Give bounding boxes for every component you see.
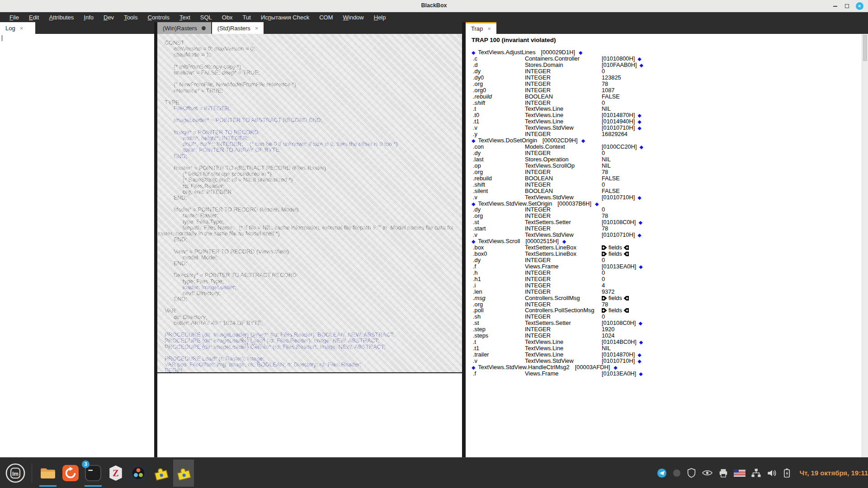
- taskbar-clock[interactable]: Чт, 19 октября, 19:11: [799, 469, 868, 477]
- menu-item-edit[interactable]: Edit: [24, 13, 44, 22]
- menu-item-info[interactable]: Info: [79, 13, 99, 22]
- variable-name: .op: [473, 163, 481, 169]
- menu-item-испытания-check[interactable]: Испытания Check: [256, 13, 314, 22]
- blackbox-puzzle-icon: [173, 462, 194, 483]
- taskbar-app-zotero[interactable]: Z: [105, 460, 126, 487]
- printer-icon[interactable]: [718, 468, 728, 478]
- variable-value: [010FAAB0H]◆: [602, 62, 643, 69]
- diamond-link-icon[interactable]: ◆: [562, 239, 566, 244]
- diamond-link-icon[interactable]: ◆: [472, 365, 475, 370]
- mint-menu-button[interactable]: lm: [4, 461, 27, 485]
- diamond-link-icon[interactable]: ◆: [639, 264, 642, 269]
- taskbar-app-resolve[interactable]: [128, 460, 149, 487]
- menu-item-tut[interactable]: Tut: [238, 13, 256, 22]
- menu-item-controls[interactable]: Controls: [142, 13, 174, 22]
- nvidia-icon[interactable]: [702, 469, 713, 477]
- log-content[interactable]: [0, 34, 154, 457]
- diamond-link-icon[interactable]: ◆: [638, 220, 642, 225]
- fold-close-icon: [623, 308, 629, 313]
- fields-label[interactable]: fields: [609, 250, 622, 257]
- fields-label[interactable]: fields: [609, 295, 622, 301]
- diamond-link-icon[interactable]: ◆: [638, 320, 642, 326]
- menu-item-help[interactable]: Help: [369, 13, 391, 22]
- variable-type: TextSetters.Setter: [525, 219, 571, 225]
- menu-item-text[interactable]: Text: [175, 13, 195, 22]
- diamond-link-icon[interactable]: ◆: [637, 56, 641, 61]
- variable-value: FALSE: [602, 175, 620, 182]
- diamond-link-icon[interactable]: ◆: [640, 62, 643, 68]
- code-line: END;: [157, 261, 462, 267]
- diamond-link-icon[interactable]: ◆: [640, 144, 643, 150]
- tab-win-rasters[interactable]: (Win)Rasters: [157, 22, 211, 34]
- code-line: END;: [157, 296, 462, 302]
- us-flag-icon[interactable]: [734, 469, 745, 477]
- diamond-link-icon[interactable]: ◆: [637, 358, 641, 364]
- menu-item-tools[interactable]: Tools: [119, 13, 142, 22]
- trap-panel: Trap × TRAP 100 (invariant violated) ◆Te…: [466, 22, 868, 457]
- scrollbar-thumb[interactable]: [863, 35, 867, 61]
- taskbar-app-folder[interactable]: [38, 460, 58, 487]
- code-line: Image* = POINTER TO RECORD: [157, 130, 462, 136]
- network-icon[interactable]: [751, 468, 761, 478]
- taskbar-app-refresh-orange[interactable]: [60, 460, 81, 487]
- shield-icon[interactable]: [687, 468, 696, 478]
- tab-trap[interactable]: Trap ×: [466, 22, 496, 34]
- vertical-scrollbar[interactable]: [862, 34, 868, 457]
- panel-divider[interactable]: [154, 22, 157, 457]
- tab-log[interactable]: Log ×: [0, 22, 35, 34]
- close-icon[interactable]: ×: [487, 25, 491, 32]
- diamond-link-icon[interactable]: ◆: [637, 195, 641, 200]
- close-icon[interactable]: ×: [255, 25, 259, 32]
- diamond-link-icon[interactable]: ◆: [472, 50, 475, 55]
- taskbar-app-terminal[interactable]: 3: [83, 460, 104, 487]
- modified-dot-icon[interactable]: [202, 26, 206, 30]
- taskbar-app-puzzle[interactable]: [151, 460, 171, 487]
- diamond-link-icon[interactable]: ◆: [637, 352, 641, 357]
- code-line: filepath: Files.Name; (* if file = NIL: …: [157, 225, 462, 231]
- variable-type: Stores.Domain: [525, 62, 563, 68]
- menu-item-sql[interactable]: SQL: [195, 13, 217, 22]
- menu-item-com[interactable]: COM: [314, 13, 338, 22]
- diamond-link-icon[interactable]: ◆: [579, 50, 582, 55]
- variable-value: 0: [602, 276, 605, 282]
- fields-label[interactable]: fields: [609, 307, 622, 314]
- keyboard-icon[interactable]: [672, 469, 681, 478]
- variable-type: TextViews.Line: [525, 118, 563, 125]
- menu-item-file[interactable]: File: [5, 13, 24, 22]
- diamond-link-icon[interactable]: ◆: [472, 239, 475, 244]
- diamond-link-icon[interactable]: ◆: [639, 339, 643, 345]
- variable-type: INTEGER: [525, 326, 551, 333]
- menu-item-attributes[interactable]: Attributes: [44, 13, 79, 22]
- close-icon[interactable]: ×: [20, 25, 24, 32]
- menu-item-obx[interactable]: Obx: [217, 13, 238, 22]
- variable-value: 1087: [602, 87, 614, 94]
- diamond-link-icon[interactable]: ◆: [581, 138, 585, 143]
- panel-divider[interactable]: [462, 22, 466, 457]
- diamond-link-icon[interactable]: ◆: [639, 371, 642, 376]
- menu-item-dev[interactable]: Dev: [99, 13, 119, 22]
- menu-item-window[interactable]: Window: [338, 13, 368, 22]
- maximize-button[interactable]: [842, 2, 852, 10]
- diamond-link-icon[interactable]: ◆: [637, 119, 641, 124]
- telegram-icon[interactable]: [657, 468, 667, 478]
- fields-label[interactable]: fields: [609, 244, 622, 251]
- diamond-link-icon[interactable]: ◆: [637, 113, 641, 118]
- diamond-link-icon[interactable]: ◆: [472, 138, 475, 143]
- volume-icon[interactable]: [767, 469, 777, 478]
- battery-icon[interactable]: [783, 468, 791, 478]
- variable-name: .v: [473, 194, 477, 201]
- diamond-link-icon[interactable]: ◆: [637, 232, 641, 238]
- diamond-link-icon[interactable]: ◆: [595, 201, 599, 206]
- tab-std-rasters[interactable]: (Std)Rasters ×: [212, 22, 264, 34]
- variable-name: .org: [473, 169, 483, 175]
- taskbar-app-puzzle[interactable]: [173, 460, 194, 487]
- close-button[interactable]: ×: [854, 2, 864, 10]
- variable-type: Views.Frame: [525, 263, 558, 270]
- code-line: org, end: INTEGER: [157, 189, 462, 195]
- minimize-button[interactable]: [830, 2, 840, 10]
- diamond-link-icon[interactable]: ◆: [472, 201, 475, 206]
- diamond-link-icon[interactable]: ◆: [613, 365, 617, 370]
- diamond-link-icon[interactable]: ◆: [637, 125, 641, 131]
- code-address: [000037B6H]: [557, 200, 591, 207]
- rasters-document[interactable]: CONSTminVersion = 0; maxVersion = 0;cbas…: [157, 34, 462, 373]
